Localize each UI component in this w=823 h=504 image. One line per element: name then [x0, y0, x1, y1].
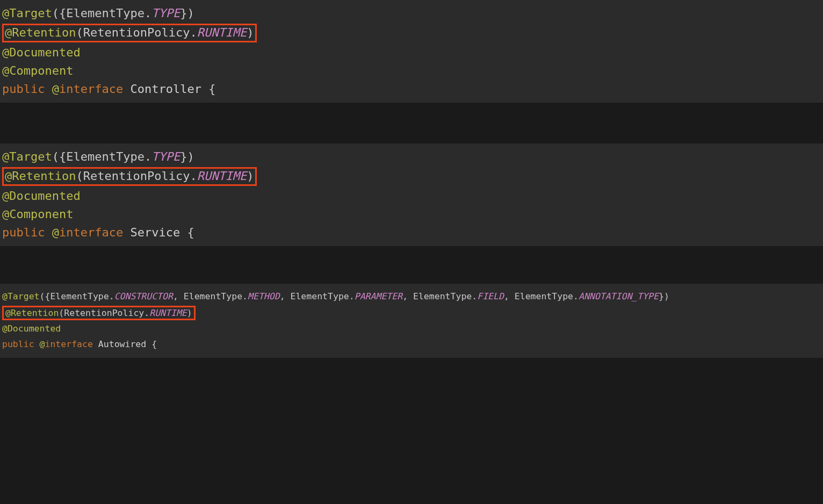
annotation-documented: @Documented: [2, 46, 81, 59]
class-name: ElementType: [66, 6, 145, 20]
punct: }): [180, 150, 194, 163]
punct: .: [190, 26, 197, 39]
punct: ): [187, 308, 192, 318]
punct: {: [146, 339, 157, 349]
code-line-target[interactable]: @Target({ElementType.CONSTRUCTOR, Elemen…: [2, 289, 821, 305]
code-content[interactable]: @Target({ElementType.CONSTRUCTOR, Elemen…: [2, 289, 821, 352]
code-line-target[interactable]: @Target({ElementType.TYPE}): [2, 4, 821, 23]
punct: .: [145, 6, 151, 20]
annotation-target: @Target: [2, 150, 52, 163]
enum-constant: ANNOTATION_TYPE: [579, 291, 659, 301]
highlighted-retention-line[interactable]: @Retention(RetentionPolicy.RUNTIME): [2, 167, 257, 186]
code-line-declaration[interactable]: public @interface Service {: [2, 224, 821, 242]
space: [123, 226, 130, 239]
punct: .: [242, 291, 248, 301]
punct: (: [76, 169, 83, 183]
class-name: RetentionPolicy: [64, 308, 144, 318]
enum-constant: TYPE: [151, 6, 180, 20]
keyword-interface: interface: [45, 339, 92, 349]
at-sign: @: [40, 339, 45, 349]
code-line-declaration[interactable]: public @interface Controller {: [2, 80, 821, 98]
annotation-documented: @Documented: [2, 323, 61, 334]
separator-gap: [0, 103, 823, 143]
class-name: RetentionPolicy: [83, 26, 190, 39]
punct: ({: [40, 291, 50, 301]
annotation-retention: @Retention: [5, 169, 76, 183]
code-block-autowired[interactable]: @Target({ElementType.CONSTRUCTOR, Elemen…: [0, 284, 823, 358]
keyword-public: public: [2, 226, 52, 239]
interface-name: Autowired: [98, 339, 146, 349]
keyword-interface: interface: [59, 82, 123, 96]
enum-constant: PARAMETER: [355, 291, 402, 301]
code-line-documented[interactable]: @Documented: [2, 44, 821, 62]
punct: ({: [52, 6, 67, 20]
punct: ({: [52, 150, 67, 163]
enum-constant: RUNTIME: [197, 169, 247, 183]
punct: .: [472, 291, 477, 301]
punct: .: [144, 308, 149, 318]
enum-constant: TYPE: [151, 150, 180, 163]
interface-name: Controller: [130, 82, 201, 96]
annotation-component: @Component: [2, 64, 73, 77]
punct: .: [190, 169, 197, 183]
punct: .: [349, 291, 355, 301]
code-line-documented[interactable]: @Documented: [2, 321, 821, 337]
enum-constant: FIELD: [477, 291, 504, 301]
punct: (: [76, 26, 83, 39]
class-name: ElementType: [515, 291, 573, 301]
code-block-service[interactable]: @Target({ElementType.TYPE})@Retention(Re…: [0, 143, 823, 246]
class-name: RetentionPolicy: [83, 169, 190, 183]
punct: .: [573, 291, 579, 301]
punct: ,: [402, 291, 413, 301]
interface-name: Service: [130, 226, 180, 239]
keyword-public: public: [2, 82, 52, 96]
enum-constant: CONSTRUCTOR: [114, 291, 173, 301]
class-name: ElementType: [413, 291, 472, 301]
code-line-target[interactable]: @Target({ElementType.TYPE}): [2, 148, 821, 166]
space: [93, 339, 98, 349]
at-sign: @: [52, 82, 59, 96]
punct: {: [180, 226, 194, 239]
class-name: ElementType: [291, 291, 349, 301]
class-name: ElementType: [50, 291, 109, 301]
annotation-retention: @Retention: [5, 308, 59, 318]
code-block-controller[interactable]: @Target({ElementType.TYPE})@Retention(Re…: [0, 0, 823, 103]
space: [123, 82, 130, 96]
highlighted-retention-line[interactable]: @Retention(RetentionPolicy.RUNTIME): [2, 24, 257, 42]
keyword-public: public: [2, 339, 40, 349]
code-line-component[interactable]: @Component: [2, 205, 821, 224]
punct: .: [109, 291, 114, 301]
code-line-component[interactable]: @Component: [2, 62, 821, 80]
enum-constant: METHOD: [248, 291, 280, 301]
enum-constant: RUNTIME: [197, 26, 247, 39]
code-content[interactable]: @Target({ElementType.TYPE})@Retention(Re…: [2, 148, 821, 242]
class-name: ElementType: [184, 291, 242, 301]
punct: {: [201, 82, 216, 96]
at-sign: @: [52, 226, 59, 239]
separator-gap: [0, 246, 823, 284]
code-line-documented[interactable]: @Documented: [2, 187, 821, 205]
punct: ): [247, 26, 254, 39]
punct: ,: [173, 291, 184, 301]
code-line-declaration[interactable]: public @interface Autowired {: [2, 337, 821, 352]
punct: ): [247, 169, 254, 183]
target-element-list: ElementType.CONSTRUCTOR, ElementType.MET…: [50, 291, 659, 301]
punct: .: [145, 150, 151, 163]
annotation-target: @Target: [2, 6, 52, 20]
punct: ,: [280, 291, 291, 301]
highlighted-retention-line[interactable]: @Retention(RetentionPolicy.RUNTIME): [2, 306, 196, 320]
annotation-retention: @Retention: [5, 26, 76, 39]
annotation-target: @Target: [2, 291, 40, 301]
punct: (: [59, 308, 64, 318]
punct: }): [180, 6, 194, 20]
annotation-documented: @Documented: [2, 189, 81, 203]
code-content[interactable]: @Target({ElementType.TYPE})@Retention(Re…: [2, 4, 821, 98]
punct: ,: [504, 291, 515, 301]
keyword-interface: interface: [59, 226, 123, 239]
class-name: ElementType: [66, 150, 145, 163]
annotation-component: @Component: [2, 207, 73, 221]
enum-constant: RUNTIME: [149, 308, 187, 318]
punct: }): [659, 291, 669, 301]
